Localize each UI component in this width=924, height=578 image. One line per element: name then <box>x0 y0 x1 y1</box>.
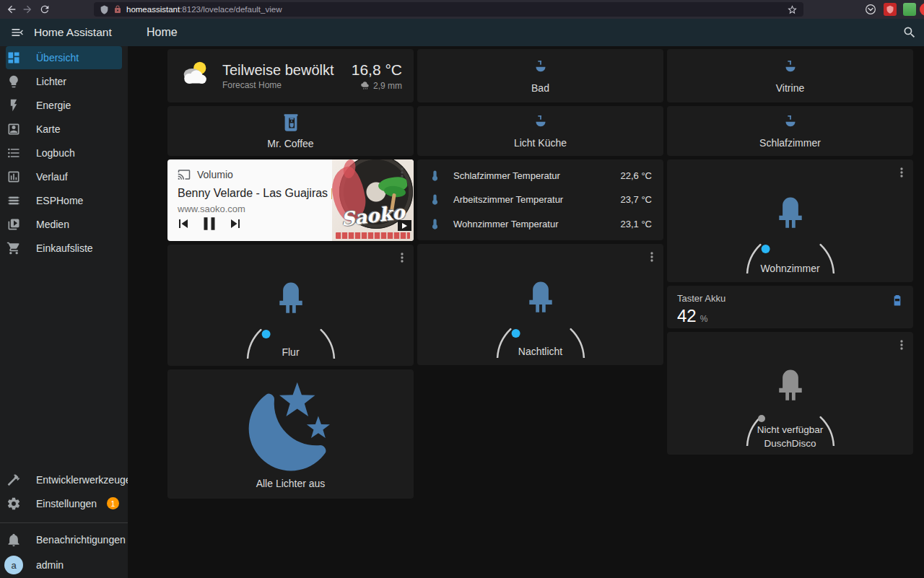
sidebar-item-notifications[interactable]: Benachrichtigungen <box>0 527 128 551</box>
browser-forward-icon[interactable] <box>22 4 33 15</box>
search-icon[interactable] <box>902 25 917 40</box>
light-card-bad[interactable]: Bad <box>417 49 663 102</box>
slider-handle[interactable] <box>758 415 765 422</box>
sidebar-item-logbuch[interactable]: Logbuch <box>0 141 128 165</box>
coffee-card[interactable]: Mr. Coffee <box>167 106 414 156</box>
album-play-overlay[interactable] <box>398 220 411 231</box>
url-path: :8123/lovelace/default_view <box>180 5 282 14</box>
sidebar-item-lichter[interactable]: Lichter <box>0 69 128 93</box>
thermometer-icon <box>429 170 441 182</box>
light-card-nachtlicht[interactable]: Nachtlicht <box>417 244 663 365</box>
light-card-duschdisco[interactable]: Nicht verfügbar DuschDisco <box>667 332 913 455</box>
ceiling-light-icon <box>531 58 550 77</box>
sensor-value: 23,1 °C <box>620 219 652 229</box>
thermometer-icon <box>429 193 441 206</box>
media-player-card[interactable]: Volumio Benny Velarde - Las Guajiras [1p… <box>167 159 414 241</box>
thermometer-icon <box>429 218 441 230</box>
battery-50-icon <box>890 293 905 307</box>
media-app-name: Volumio <box>197 169 233 180</box>
sensor-row-arbeitszimmer[interactable]: Arbeitszimmer Temperatur 23,7 °C <box>429 193 652 206</box>
sidebar-item-user[interactable]: a admin <box>0 552 128 578</box>
sidebar: Übersicht Lichter Energie Karte Logbuch … <box>0 46 128 578</box>
led-icon[interactable] <box>520 276 562 318</box>
app-header: Home Assistant Home <box>0 19 924 46</box>
card-menu-button[interactable] <box>894 165 909 180</box>
column-middle: Bad Licht Küche Schlafzimmer Temperatur … <box>417 49 663 499</box>
weather-main: Teilweise bewölkt Forecast Home <box>222 62 352 90</box>
settings-badge: 1 <box>107 497 119 509</box>
account-box-icon <box>6 122 21 136</box>
sidebar-item-energie[interactable]: Energie <box>0 93 128 117</box>
cast-icon <box>178 168 191 181</box>
sidebar-item-medien[interactable]: Medien <box>0 212 128 236</box>
view-dashboard-icon <box>6 51 21 65</box>
weather-night-icon <box>240 378 341 479</box>
sensor-row-schlafzimmer[interactable]: Schlafzimmer Temperatur 22,6 °C <box>429 170 652 182</box>
skip-next-button[interactable] <box>227 215 244 232</box>
light-label: Nachtlicht <box>417 346 663 357</box>
bookmark-star-icon[interactable] <box>787 4 798 15</box>
sidebar-toggle-icon[interactable] <box>10 25 25 40</box>
card-menu-button[interactable] <box>645 250 659 264</box>
battery-sensor-name: Taster Akku <box>677 293 903 304</box>
browser-toolbar: homeassistant:8123/lovelace/default_view <box>0 0 924 19</box>
light-label: DuschDisco <box>667 438 913 449</box>
light-card-wohnzimmer[interactable]: Wohnzimmer <box>667 159 913 282</box>
browser-back-icon[interactable] <box>6 4 17 15</box>
slider-handle[interactable] <box>761 245 770 253</box>
light-card-schlafzimmer[interactable]: Schlafzimmer <box>667 106 913 156</box>
card-menu-button[interactable] <box>395 250 409 265</box>
pocket-extension-icon[interactable] <box>864 3 877 16</box>
play-triangle-icon <box>402 223 407 229</box>
sidebar-item-label: Einkaufsliste <box>36 242 93 254</box>
sidebar-item-label: Verlauf <box>36 171 68 183</box>
media-menu-button[interactable] <box>395 165 409 180</box>
column-left: Teilweise bewölkt Forecast Home 16,8 °C … <box>167 49 414 499</box>
light-card-vitrine[interactable]: Vitrine <box>667 49 913 102</box>
led-icon[interactable] <box>270 276 312 318</box>
gear-icon <box>6 496 21 511</box>
slider-handle[interactable] <box>511 329 520 338</box>
sidebar-item-verlauf[interactable]: Verlauf <box>0 165 128 188</box>
sidebar-item-settings[interactable]: Einstellungen 1 <box>0 491 128 515</box>
sidebar-item-uebersicht[interactable]: Übersicht <box>6 46 122 69</box>
browser-reload-icon[interactable] <box>39 4 51 15</box>
sidebar-item-dev-tools[interactable]: Entwicklerwerkzeuge <box>0 468 128 491</box>
weather-partly-cloudy-icon <box>179 59 212 92</box>
sensor-value: 22,6 °C <box>620 170 652 181</box>
card-menu-button[interactable] <box>894 338 909 352</box>
insecure-lock-icon[interactable] <box>113 5 122 14</box>
temperature-sensors-card: Schlafzimmer Temperatur 22,6 °C Arbeitsz… <box>417 159 663 240</box>
chip-icon <box>6 193 21 208</box>
sensor-row-wohnzimmer[interactable]: Wohnzimmer Temperatur 23,1 °C <box>429 218 652 230</box>
sidebar-item-label: Lichter <box>36 76 66 87</box>
view-title-home[interactable]: Home <box>147 19 178 46</box>
lightning-bolt-icon <box>6 98 21 113</box>
ublock-extension-icon[interactable] <box>884 3 897 16</box>
light-card-flur[interactable]: Flur <box>167 245 414 366</box>
slider-handle[interactable] <box>261 330 270 338</box>
sidebar-item-einkaufsliste[interactable]: Einkaufsliste <box>0 236 128 260</box>
light-card-kueche[interactable]: Licht Küche <box>417 106 663 156</box>
led-icon[interactable] <box>770 191 811 233</box>
light-label: Bad <box>531 82 549 94</box>
tracking-shield-icon[interactable] <box>100 5 109 14</box>
media-track-title: Benny Velarde - Las Guajiras [1pQi] <box>178 187 328 200</box>
sidebar-item-label: ESPHome <box>36 195 83 206</box>
sidebar-item-label: Logbuch <box>36 147 75 159</box>
sensor-name: Wohnzimmer Temperatur <box>453 219 558 229</box>
url-bar[interactable]: homeassistant:8123/lovelace/default_view <box>94 2 803 17</box>
led-icon-unavailable[interactable] <box>770 364 811 406</box>
green-extension-icon[interactable] <box>903 3 916 16</box>
skip-previous-button[interactable] <box>175 215 192 232</box>
weather-card[interactable]: Teilweise bewölkt Forecast Home 16,8 °C … <box>167 49 414 102</box>
sidebar-item-karte[interactable]: Karte <box>0 117 128 141</box>
red-extension-icon[interactable] <box>920 3 924 16</box>
battery-sensor-card[interactable]: Taster Akku 42 % <box>667 286 913 328</box>
sidebar-item-esphome[interactable]: ESPHome <box>0 188 128 212</box>
user-name: admin <box>36 559 64 571</box>
all-lights-off-card[interactable]: Alle Lichter aus <box>167 369 414 499</box>
precipitation-value: 2,9 mm <box>373 81 402 91</box>
sidebar-item-label: Benachrichtigungen <box>36 534 126 546</box>
pause-button[interactable] <box>199 213 220 235</box>
